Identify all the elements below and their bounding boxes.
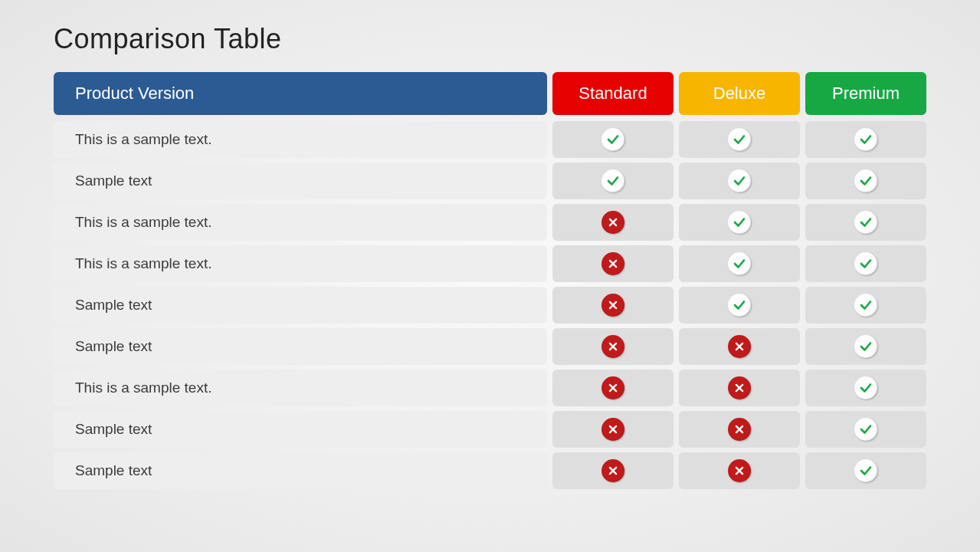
plan-cell xyxy=(805,370,926,406)
comparison-table: Product Version Standard Deluxe Premium … xyxy=(54,72,926,489)
plan-cell xyxy=(805,204,926,241)
plan-cell xyxy=(679,163,800,199)
check-icon xyxy=(854,335,877,358)
feature-cell: Sample text xyxy=(54,328,547,365)
plan-cell xyxy=(805,287,926,324)
check-icon xyxy=(854,128,877,151)
table-row: This is a sample text. xyxy=(54,370,926,406)
plan-cell xyxy=(552,163,674,199)
cross-icon xyxy=(601,376,624,399)
plan-cell xyxy=(805,411,926,448)
feature-cell: Sample text xyxy=(54,163,547,199)
table-row: This is a sample text. xyxy=(54,245,926,282)
plan-cell xyxy=(679,370,800,406)
feature-cell: Sample text xyxy=(54,287,547,324)
cross-icon xyxy=(728,376,751,399)
plan-cell xyxy=(679,328,800,365)
header-plan-standard: Standard xyxy=(552,72,674,115)
check-icon xyxy=(854,376,877,399)
table-row: This is a sample text. xyxy=(54,204,926,241)
check-icon xyxy=(728,252,751,275)
cross-icon xyxy=(728,418,751,441)
plan-cell xyxy=(679,121,800,158)
plan-cell xyxy=(552,411,674,448)
table-row: Sample text xyxy=(54,411,926,448)
feature-cell: This is a sample text. xyxy=(54,370,547,406)
plan-cell xyxy=(679,411,800,448)
plan-cell xyxy=(805,328,926,365)
cross-icon xyxy=(601,211,624,234)
table-body: This is a sample text.Sample textThis is… xyxy=(54,121,926,489)
plan-cell xyxy=(679,452,800,489)
table-header-row: Product Version Standard Deluxe Premium xyxy=(54,72,926,115)
check-icon xyxy=(854,459,877,482)
cross-icon xyxy=(728,335,751,358)
header-feature: Product Version xyxy=(54,72,547,115)
feature-cell: This is a sample text. xyxy=(54,121,547,158)
plan-cell xyxy=(552,452,674,489)
check-icon xyxy=(728,128,751,151)
plan-cell xyxy=(679,245,800,282)
cross-icon xyxy=(601,459,624,482)
check-icon xyxy=(728,211,751,234)
feature-cell: Sample text xyxy=(54,452,547,489)
plan-cell xyxy=(552,245,674,282)
check-icon xyxy=(854,252,877,275)
page-title: Comparison Table xyxy=(54,23,926,55)
header-plan-premium: Premium xyxy=(805,72,926,115)
plan-cell xyxy=(679,204,800,241)
check-icon xyxy=(601,169,624,192)
table-row: Sample text xyxy=(54,452,926,489)
check-icon xyxy=(854,294,877,317)
table-row: This is a sample text. xyxy=(54,121,926,158)
cross-icon xyxy=(601,418,624,441)
feature-cell: Sample text xyxy=(54,411,547,448)
plan-cell xyxy=(805,163,926,199)
table-row: Sample text xyxy=(54,328,926,365)
plan-cell xyxy=(552,328,674,365)
header-plan-deluxe: Deluxe xyxy=(679,72,800,115)
check-icon xyxy=(854,169,877,192)
plan-cell xyxy=(805,245,926,282)
plan-cell xyxy=(552,121,674,158)
plan-cell xyxy=(552,287,674,324)
cross-icon xyxy=(601,335,624,358)
table-row: Sample text xyxy=(54,287,926,324)
plan-cell xyxy=(805,121,926,158)
cross-icon xyxy=(601,294,624,317)
cross-icon xyxy=(728,459,751,482)
feature-cell: This is a sample text. xyxy=(54,245,547,282)
table-row: Sample text xyxy=(54,163,926,199)
plan-cell xyxy=(552,204,674,241)
check-icon xyxy=(728,294,751,317)
check-icon xyxy=(854,418,877,441)
plan-cell xyxy=(552,370,674,406)
cross-icon xyxy=(601,252,624,275)
check-icon xyxy=(728,169,751,192)
check-icon xyxy=(854,211,877,234)
feature-cell: This is a sample text. xyxy=(54,204,547,241)
plan-cell xyxy=(679,287,800,324)
check-icon xyxy=(601,128,624,151)
plan-cell xyxy=(805,452,926,489)
